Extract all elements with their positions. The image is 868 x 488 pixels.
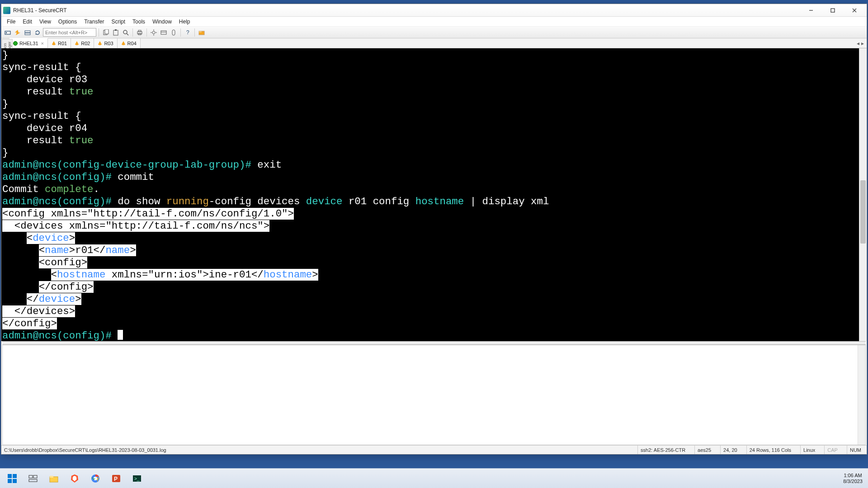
connect-icon[interactable] bbox=[3, 28, 12, 37]
settings-icon[interactable] bbox=[149, 28, 158, 37]
terminal-line: result true bbox=[2, 86, 866, 98]
status-warn-icon bbox=[121, 41, 126, 45]
terminal-text: < bbox=[51, 269, 57, 281]
tab-label: RHEL31 bbox=[19, 41, 38, 46]
svg-text:?: ? bbox=[186, 29, 189, 36]
menu-tools[interactable]: Tools bbox=[129, 18, 149, 26]
system-clock[interactable]: 1:06 AM 8/3/2023 bbox=[843, 473, 866, 484]
menu-options[interactable]: Options bbox=[55, 18, 80, 26]
svg-line-15 bbox=[127, 33, 128, 35]
terminal-text: admin@ncs(config)# bbox=[2, 171, 118, 183]
menu-help[interactable]: Help bbox=[175, 18, 194, 26]
menu-view[interactable]: View bbox=[36, 18, 55, 26]
terminal-line: sync-result { bbox=[2, 110, 866, 122]
find-icon[interactable] bbox=[121, 28, 130, 37]
toolbar-separator bbox=[180, 28, 181, 37]
menu-window[interactable]: Window bbox=[149, 18, 175, 26]
tab-label: R02 bbox=[81, 41, 90, 46]
taskbar[interactable]: P >_ 1:06 AM 8/3/2023 bbox=[0, 468, 868, 488]
titlebar[interactable]: RHEL31 - SecureCRT bbox=[1, 4, 867, 17]
scrollbar-thumb[interactable] bbox=[860, 180, 866, 244]
session-tab-r02[interactable]: R02 bbox=[71, 38, 94, 48]
explorer-icon[interactable] bbox=[44, 470, 63, 487]
terminal-text bbox=[2, 269, 51, 281]
svg-text:P: P bbox=[114, 476, 118, 482]
tab-close-icon[interactable]: × bbox=[41, 41, 44, 46]
terminal-text: . bbox=[94, 183, 99, 195]
terminal-text bbox=[2, 244, 39, 256]
powerpoint-icon[interactable]: P bbox=[107, 470, 126, 487]
brave-icon[interactable] bbox=[65, 470, 84, 487]
terminal-line: result true bbox=[2, 135, 866, 147]
status-num: NUM bbox=[847, 446, 864, 454]
terminal-text bbox=[2, 293, 27, 305]
terminal-line: <hostname xmlns="urn:ios">ine-r01</hostn… bbox=[2, 269, 866, 281]
terminal-line: </config> bbox=[2, 281, 866, 293]
chrome-icon[interactable] bbox=[86, 470, 105, 487]
start-button[interactable] bbox=[3, 470, 22, 487]
session-tab-r04[interactable]: R04 bbox=[118, 38, 141, 48]
close-button[interactable] bbox=[844, 5, 865, 15]
window-title: RHEL31 - SecureCRT bbox=[13, 7, 801, 14]
terminal-line: device r03 bbox=[2, 74, 866, 86]
menu-file[interactable]: File bbox=[3, 18, 19, 26]
terminal-text: } bbox=[2, 49, 8, 61]
copy-icon[interactable] bbox=[101, 28, 110, 37]
terminal-text: > bbox=[69, 232, 75, 244]
terminal-text: <devices xmlns="http://tail-f.com/ns/ncs… bbox=[2, 220, 269, 232]
svg-rect-31 bbox=[13, 474, 17, 478]
minimize-button[interactable] bbox=[801, 5, 821, 15]
command-pane-scrollbar[interactable] bbox=[858, 345, 865, 445]
tab-label: R01 bbox=[58, 41, 67, 46]
keymap-icon[interactable] bbox=[169, 28, 178, 37]
terminal-text: exit bbox=[257, 159, 282, 171]
paste-icon[interactable] bbox=[111, 28, 120, 37]
terminal-line: admin@ncs(config)# do show running-confi… bbox=[2, 196, 866, 208]
terminal-line: <name>r01</name> bbox=[2, 244, 866, 257]
terminal-text: <config> bbox=[39, 257, 88, 268]
terminal-viewport[interactable]: }sync-result { device r03 result true}sy… bbox=[1, 48, 867, 341]
securecrt-taskbar-icon[interactable]: >_ bbox=[127, 470, 146, 487]
securefx-icon[interactable] bbox=[197, 28, 206, 37]
session-options-icon[interactable] bbox=[159, 28, 168, 37]
menu-script[interactable]: Script bbox=[108, 18, 129, 26]
session-tab-r03[interactable]: R03 bbox=[94, 38, 117, 48]
session-tab-rhel31[interactable]: RHEL31× bbox=[9, 38, 48, 48]
terminal-text: </devices> bbox=[2, 305, 75, 317]
terminal-text: do show bbox=[118, 196, 166, 207]
terminal-text: sync-result { bbox=[2, 61, 81, 73]
host-input[interactable] bbox=[43, 28, 96, 37]
tab-scroll-left-icon[interactable]: ◂ bbox=[857, 40, 859, 47]
terminal-line: <devices xmlns="http://tail-f.com/ns/ncs… bbox=[2, 220, 866, 232]
svg-text:>_: >_ bbox=[134, 476, 140, 481]
terminal-line: <device> bbox=[2, 232, 866, 244]
menu-edit[interactable]: Edit bbox=[19, 18, 36, 26]
terminal-text: result bbox=[2, 86, 69, 98]
help-icon[interactable]: ? bbox=[183, 28, 192, 37]
terminal-text: } bbox=[2, 98, 8, 110]
command-pane[interactable] bbox=[2, 345, 866, 445]
svg-rect-32 bbox=[8, 479, 12, 483]
task-view-icon[interactable] bbox=[24, 470, 42, 487]
svg-rect-7 bbox=[25, 31, 30, 33]
maximize-button[interactable] bbox=[822, 5, 843, 15]
terminal-text: >r01</ bbox=[69, 244, 106, 256]
connect-bar-icon[interactable] bbox=[23, 28, 32, 37]
status-warn-icon bbox=[98, 41, 102, 45]
quick-connect-icon[interactable] bbox=[13, 28, 22, 37]
terminal-text bbox=[2, 257, 39, 268]
statusbar: C:\Users\drobb\Dropbox\SecureCRT\Logs\RH… bbox=[1, 445, 867, 454]
terminal-scrollbar[interactable] bbox=[859, 48, 867, 341]
terminal-text: < bbox=[27, 232, 33, 244]
reconnect-icon[interactable] bbox=[33, 28, 42, 37]
print-icon[interactable] bbox=[135, 28, 144, 37]
svg-point-19 bbox=[152, 31, 155, 34]
toolbar: ? bbox=[1, 27, 867, 38]
terminal-text: <config xmlns="http://tail-f.com/ns/conf… bbox=[2, 208, 294, 220]
svg-marker-6 bbox=[15, 30, 20, 35]
tab-scroll-right-icon[interactable]: ▸ bbox=[861, 40, 864, 47]
terminal-text: > bbox=[312, 269, 318, 281]
terminal-content[interactable]: }sync-result { device r03 result true}sy… bbox=[1, 49, 867, 342]
menu-transfer[interactable]: Transfer bbox=[80, 18, 108, 26]
session-tab-r01[interactable]: R01 bbox=[48, 38, 71, 48]
